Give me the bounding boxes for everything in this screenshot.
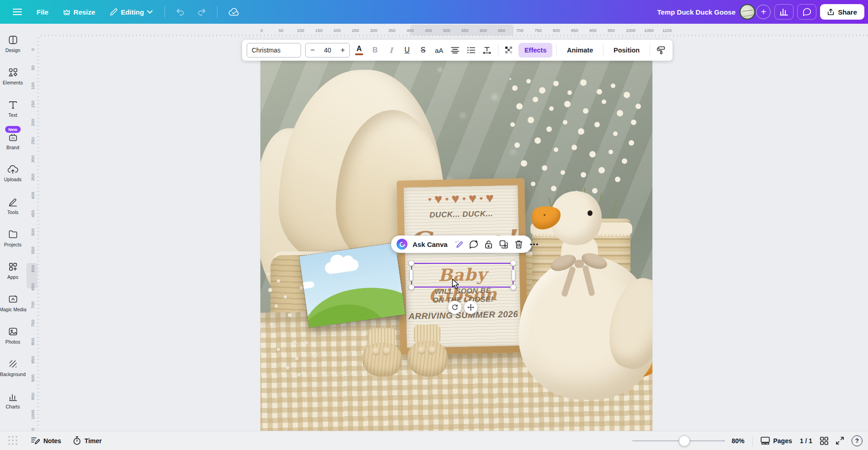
- notes-button[interactable]: Notes: [31, 437, 61, 445]
- background-icon: [8, 359, 18, 369]
- transparency-button[interactable]: [503, 43, 516, 58]
- duck-eye: [587, 210, 593, 216]
- sidebar-item-magic-media[interactable]: Magic Media: [0, 294, 26, 326]
- divider: [217, 6, 217, 18]
- share-button[interactable]: Share: [820, 4, 864, 20]
- underline-button[interactable]: U: [400, 43, 414, 58]
- avatar[interactable]: [740, 4, 755, 20]
- timer-button[interactable]: Timer: [73, 436, 102, 445]
- cloud-saved-icon[interactable]: [224, 5, 244, 20]
- hearts-row[interactable]: ♥ ♥ ♥ ♥ ♥ ♥ ♥ ♥: [404, 189, 519, 207]
- text-icon: [8, 99, 18, 110]
- photos-icon: [8, 326, 18, 337]
- ask-canva-label[interactable]: Ask Canva: [413, 241, 448, 248]
- heart-icon: ♥: [434, 191, 443, 207]
- heart-icon: ♥: [451, 191, 460, 206]
- heart-icon: ♥: [462, 195, 466, 202]
- sidebar-item-charts[interactable]: Charts: [0, 391, 26, 424]
- editing-mode-button[interactable]: Editing: [104, 5, 158, 20]
- font-size-value[interactable]: 40: [319, 47, 336, 54]
- sidebar-item-elements[interactable]: Elements: [0, 67, 26, 99]
- text-spacing-button[interactable]: [480, 43, 494, 58]
- share-upload-icon: [827, 8, 834, 16]
- delete-icon[interactable]: [514, 238, 524, 250]
- divider: [498, 44, 498, 56]
- strikethrough-button[interactable]: S: [416, 43, 430, 58]
- alignment-button[interactable]: [448, 43, 462, 58]
- italic-button[interactable]: I: [384, 43, 398, 58]
- page-indicator: 1 / 1: [800, 437, 812, 445]
- svg-text:co: co: [11, 136, 14, 140]
- list-button[interactable]: [464, 43, 478, 58]
- sidebar-item-background[interactable]: Background: [0, 359, 26, 391]
- sidebar-item-brand[interactable]: New co Brand: [0, 132, 26, 164]
- sidebar-item-projects[interactable]: Projects: [0, 229, 26, 262]
- font-size-increase-button[interactable]: +: [336, 46, 349, 54]
- zoom-slider[interactable]: [632, 435, 724, 446]
- brand-icon: co: [8, 132, 18, 142]
- notes-icon: [31, 437, 40, 445]
- selection-handle-top-right[interactable]: [510, 260, 516, 266]
- text-color-button[interactable]: A: [352, 43, 366, 58]
- design-title[interactable]: Temp Duck Duck Goose: [657, 0, 736, 24]
- text-case-button[interactable]: aA: [432, 43, 446, 58]
- sidebar-item-design[interactable]: Design: [0, 35, 26, 67]
- magic-edit-icon[interactable]: [454, 238, 464, 250]
- zoom-level[interactable]: 80%: [731, 437, 744, 445]
- effects-button[interactable]: Effects: [519, 43, 552, 58]
- ask-canva-toolbar: Ask Canva: [391, 235, 532, 253]
- selection-handle-right[interactable]: [512, 269, 515, 281]
- plus-icon: +: [761, 7, 766, 17]
- file-menu-button[interactable]: File: [31, 5, 54, 20]
- move-button[interactable]: [464, 301, 477, 314]
- position-button[interactable]: Position: [608, 43, 646, 58]
- selection-handle-bottom-right[interactable]: [510, 284, 516, 290]
- font-family-select[interactable]: Christmas: [247, 43, 301, 58]
- landscape-image-element[interactable]: [299, 243, 405, 328]
- app-grid-icon[interactable]: [7, 435, 19, 447]
- divider: [164, 6, 165, 18]
- more-options-icon[interactable]: [529, 238, 539, 250]
- copy-style-button[interactable]: [654, 43, 668, 58]
- divider: [650, 44, 650, 56]
- apps-icon: [8, 262, 18, 272]
- sidebar-item-photos[interactable]: Photos: [0, 326, 26, 359]
- canva-assistant-icon[interactable]: [397, 239, 408, 250]
- help-button[interactable]: ?: [852, 435, 863, 446]
- rotate-button[interactable]: [448, 301, 461, 314]
- lock-icon[interactable]: [484, 238, 494, 250]
- sidebar-item-apps[interactable]: Apps: [0, 262, 26, 294]
- selection-handle-left[interactable]: [409, 269, 413, 281]
- sidebar-item-uploads[interactable]: Uploads: [0, 164, 26, 197]
- comments-button[interactable]: [797, 4, 816, 20]
- fullscreen-button[interactable]: [836, 437, 844, 445]
- bold-button[interactable]: B: [368, 43, 382, 58]
- sidebar-item-tools[interactable]: Tools: [0, 197, 26, 229]
- insights-button[interactable]: [774, 4, 794, 20]
- redo-button[interactable]: [193, 5, 211, 19]
- animate-button[interactable]: Animate: [561, 43, 599, 58]
- canva-editor: { "colors": { "topbar_gradient_left": "#…: [0, 0, 868, 450]
- board-text-duck-duck[interactable]: DUCK... DUCK...: [404, 209, 518, 220]
- bar-chart-icon: [780, 8, 788, 16]
- zoom-slider-thumb[interactable]: [679, 435, 690, 446]
- horizontal-ruler: 0501001502002503003504004505005506006507…: [39, 24, 868, 37]
- selection-box[interactable]: [411, 263, 513, 288]
- add-member-button[interactable]: +: [756, 5, 771, 19]
- duck-nostril: [544, 214, 545, 216]
- heart-icon: ♥: [479, 195, 483, 202]
- main-menu-button[interactable]: [7, 5, 27, 19]
- comment-add-icon[interactable]: [469, 238, 479, 250]
- text-format-toolbar: Christmas − 40 + A B I U S aA Effects An…: [242, 40, 672, 61]
- pages-button[interactable]: Pages: [761, 437, 792, 445]
- undo-button[interactable]: [171, 5, 189, 19]
- upload-cloud-icon: [7, 164, 18, 174]
- font-size-decrease-button[interactable]: −: [306, 46, 319, 54]
- heart-icon: ♥: [445, 195, 449, 202]
- board-text-arriving[interactable]: ARRIVING SUMMER 2026: [406, 309, 520, 321]
- duplicate-icon[interactable]: [499, 238, 509, 250]
- grid-view-button[interactable]: [820, 437, 828, 445]
- resize-button[interactable]: Resize: [58, 5, 101, 20]
- selection-handle-bottom-left[interactable]: [408, 284, 414, 290]
- selection-handle-top-left[interactable]: [408, 260, 414, 266]
